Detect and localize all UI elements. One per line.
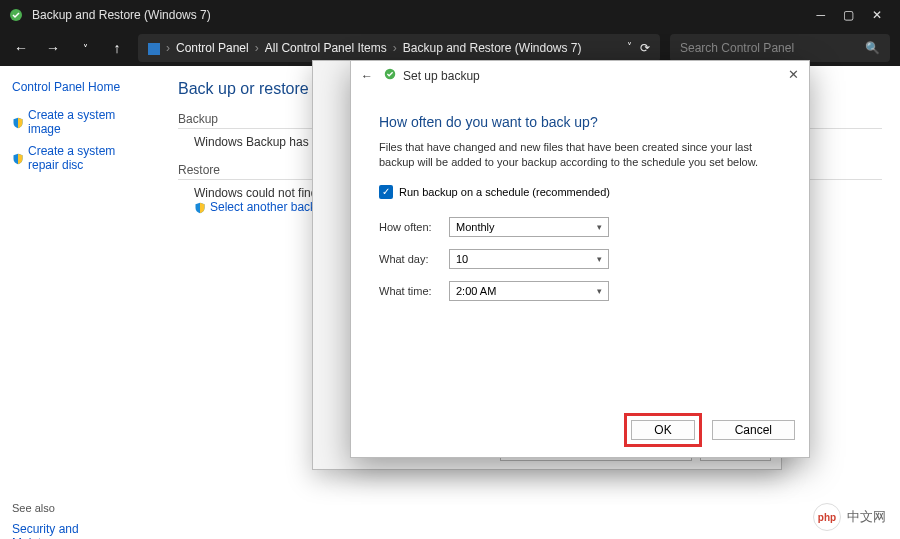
create-repair-disc-link[interactable]: Create a system repair disc <box>12 144 148 172</box>
breadcrumb-separator: › <box>393 41 397 55</box>
control-panel-icon <box>148 41 160 55</box>
ok-button[interactable]: OK <box>631 420 694 440</box>
modal-body: How often do you want to back up? Files … <box>351 90 809 323</box>
see-also-header: See also <box>12 502 148 514</box>
address-dropdown-icon[interactable]: ˅ <box>627 41 632 55</box>
search-placeholder: Search Control Panel <box>680 41 794 55</box>
refresh-button[interactable]: ⟳ <box>640 41 650 55</box>
how-often-select[interactable]: Monthly ▾ <box>449 217 609 237</box>
breadcrumb-2[interactable]: All Control Panel Items <box>265 41 387 55</box>
maximize-button[interactable]: ▢ <box>843 8 854 22</box>
chevron-down-icon: ▾ <box>597 286 602 296</box>
breadcrumb-separator: › <box>166 41 170 55</box>
recent-dropdown[interactable]: ˅ <box>74 43 96 54</box>
minimize-button[interactable]: ─ <box>816 8 825 22</box>
search-icon: 🔍 <box>865 41 880 55</box>
window-titlebar: Backup and Restore (Windows 7) ─ ▢ ✕ <box>0 0 900 30</box>
modal-heading: How often do you want to back up? <box>379 114 781 130</box>
what-time-label: What time: <box>379 285 449 297</box>
cp-home-link[interactable]: Control Panel Home <box>12 80 148 94</box>
modal-description: Files that have changed and new files th… <box>379 140 781 171</box>
breadcrumb-separator: › <box>255 41 259 55</box>
modal-back-button[interactable]: ← <box>361 69 373 83</box>
select-value: 2:00 AM <box>456 285 496 297</box>
window-title: Backup and Restore (Windows 7) <box>32 8 816 22</box>
forward-button[interactable]: → <box>42 40 64 56</box>
watermark: php 中文网 <box>813 503 886 531</box>
shield-icon <box>194 200 206 214</box>
schedule-checkbox-row[interactable]: ✓ Run backup on a schedule (recommended) <box>379 185 781 199</box>
security-maintenance-link[interactable]: Security and Maintenance <box>12 522 148 539</box>
what-day-label: What day: <box>379 253 449 265</box>
how-often-label: How often: <box>379 221 449 233</box>
modal-close-button[interactable]: ✕ <box>788 67 799 82</box>
address-bar[interactable]: › Control Panel › All Control Panel Item… <box>138 34 660 62</box>
breadcrumb-1[interactable]: Control Panel <box>176 41 249 55</box>
shield-icon <box>12 151 24 165</box>
php-logo-icon: php <box>813 503 841 531</box>
create-system-image-link[interactable]: Create a system image <box>12 108 148 136</box>
link-label: Create a system repair disc <box>28 144 148 172</box>
select-value: 10 <box>456 253 468 265</box>
what-time-select[interactable]: 2:00 AM ▾ <box>449 281 609 301</box>
left-sidebar: Control Panel Home Create a system image… <box>0 66 160 539</box>
breadcrumb-3[interactable]: Backup and Restore (Windows 7) <box>403 41 582 55</box>
checkbox-label: Run backup on a schedule (recommended) <box>399 186 610 198</box>
back-button[interactable]: ← <box>10 40 32 56</box>
svg-rect-1 <box>148 43 160 55</box>
modal-header: ← Set up backup ✕ <box>351 61 809 90</box>
app-icon <box>8 7 24 23</box>
chevron-down-icon: ▾ <box>597 222 602 232</box>
close-button[interactable]: ✕ <box>872 8 882 22</box>
cancel-button[interactable]: Cancel <box>712 420 795 440</box>
what-day-select[interactable]: 10 ▾ <box>449 249 609 269</box>
chevron-down-icon: ▾ <box>597 254 602 264</box>
link-label: Create a system image <box>28 108 148 136</box>
wizard-icon <box>383 67 397 84</box>
select-value: Monthly <box>456 221 495 233</box>
watermark-text: 中文网 <box>847 508 886 526</box>
ok-highlight-annotation: OK <box>624 413 701 447</box>
setup-backup-modal: ← Set up backup ✕ How often do you want … <box>350 60 810 458</box>
modal-title: Set up backup <box>403 69 480 83</box>
up-button[interactable]: ↑ <box>106 40 128 56</box>
shield-icon <box>12 115 24 129</box>
modal-footer: OK Cancel <box>624 413 795 447</box>
checkbox-checked-icon[interactable]: ✓ <box>379 185 393 199</box>
search-input[interactable]: Search Control Panel 🔍 <box>670 34 890 62</box>
